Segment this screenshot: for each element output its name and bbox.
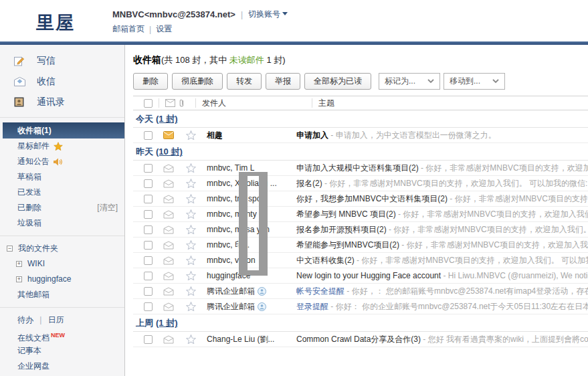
subject-cell[interactable]: 登录提醒 - 你好： 你的企业邮账号mnbvc@253874.net于今天05日… [296, 301, 588, 312]
row-checkbox[interactable] [144, 195, 153, 203]
sidebar-folder-item[interactable]: 已发送 [0, 185, 124, 200]
column-header-sender[interactable]: 发件人 [202, 98, 306, 109]
star-outline-icon[interactable] [186, 256, 196, 265]
settings-link[interactable]: 设置 [156, 23, 172, 35]
sidebar-item-my-folders[interactable]: − 我的文件夹 [0, 241, 124, 256]
mark-as-dropdown[interactable]: 标记为... [379, 73, 440, 90]
row-checkbox[interactable] [144, 287, 153, 296]
empty-trash-link[interactable]: [清空] [97, 200, 118, 215]
toolbar-button[interactable]: 删除 [133, 73, 168, 90]
star-outline-icon[interactable] [186, 271, 196, 280]
envelope-read-icon [163, 195, 174, 203]
group-count-link[interactable]: (1 封) [156, 318, 178, 328]
row-checkbox[interactable] [144, 256, 153, 265]
sidebar-folder-item[interactable]: 垃圾箱 [0, 215, 124, 231]
email-row[interactable]: 相趣 申请加入 - 申请加入，为中文语言模型出一份微薄之力。 [133, 128, 588, 143]
row-checkbox[interactable] [144, 164, 153, 173]
star-outline-icon[interactable] [186, 209, 196, 219]
subject-cell[interactable]: 报名参加开源预料项目(2) - 你好，非常感谢对MNBVC项目的支持，欢迎加入我… [296, 224, 588, 236]
star-outline-icon[interactable] [186, 286, 196, 296]
subject-cell[interactable]: 申请加入大规模中文语料集项目(2) - 你好，非常感谢对MNBVC项目的支持，欢… [296, 163, 588, 174]
group-count-link[interactable]: (10 封) [156, 147, 183, 157]
email-row[interactable]: mnbvc, monty cc 希望参与到 MNBVC 项目(2) - 你好，非… [133, 207, 588, 222]
star-outline-icon[interactable] [186, 130, 196, 140]
email-row[interactable]: huggingface New login to your Hugging Fa… [133, 268, 588, 284]
row-checkbox[interactable] [144, 210, 153, 219]
sidebar-folder-item[interactable]: 已删除[清空] [0, 200, 124, 215]
star-outline-icon[interactable] [186, 302, 196, 311]
todo-link[interactable]: 待办 [17, 315, 33, 324]
email-row[interactable]: mnbvc, Tim L 申请加入大规模中文语料集项目(2) - 你好，非常感谢… [133, 161, 588, 176]
subject-cell[interactable]: 报名(2) - 你好，非常感谢对MNBVC项目的支持，欢迎加入我们。 可以加我的… [296, 178, 588, 189]
row-checkbox[interactable] [144, 131, 153, 140]
subject-cell[interactable]: 帐号安全提醒 - 你好，： 您的邮箱账号mnbvc@253874.net有ima… [296, 286, 588, 297]
email-row[interactable]: mnbvc, masa yan 报名参加开源预料项目(2) - 你好，非常感谢对… [133, 222, 588, 238]
subject-cell[interactable]: 希望能参与到MNBVC项目(2) - 你好，非常感谢对MNBVC项目的支持，欢迎… [296, 240, 588, 251]
sender-cell: 腾讯企业邮箱 [207, 301, 296, 312]
select-all-checkbox[interactable] [144, 99, 153, 108]
sender-label: mnbvc, masa yan [207, 225, 270, 234]
envelope-read-icon [163, 164, 174, 173]
star-outline-icon[interactable] [186, 225, 196, 234]
star-outline-icon[interactable] [186, 179, 196, 188]
sidebar-folder-item[interactable]: 通知公告 [0, 154, 124, 169]
sidebar-item-online-docs[interactable]: 在线文档NEW [0, 328, 124, 343]
row-checkbox[interactable] [144, 335, 153, 344]
email-row[interactable]: 腾讯企业邮箱 登录提醒 - 你好： 你的企业邮账号mnbvc@253874.ne… [133, 299, 588, 314]
subject-text: New login to your Hugging Face account [296, 271, 441, 280]
collapse-icon[interactable]: − [7, 246, 13, 252]
subject-cell[interactable]: Common Crawl Data分享及合作(3) - 您好 我有看過貴專案的w… [296, 334, 588, 345]
preview-text: 申请加入，为中文语言模型出一份微薄之力。 [336, 130, 496, 140]
subject-text: 申请加入 [296, 130, 328, 140]
contacts-button[interactable]: 通讯录 [0, 92, 124, 112]
account-address: MNBVC<mnbvc@253874.net> [112, 9, 235, 19]
subject-text: 申请加入大规模中文语料集项目(2) [296, 163, 419, 173]
sidebar-folder-item[interactable]: 草稿箱 [0, 169, 124, 185]
email-row[interactable]: mnbvc, vision 中文语料收集(2) - 你好，非常感谢对MNBVC项… [133, 253, 588, 268]
row-checkbox[interactable] [144, 225, 153, 234]
email-row[interactable]: mnbvc, Xiaoliang ... 报名(2) - 你好，非常感谢对MNB… [133, 176, 588, 191]
row-checkbox[interactable] [144, 272, 153, 280]
star-outline-icon[interactable] [186, 194, 196, 203]
toolbar-button[interactable]: 举报 [266, 73, 300, 90]
email-row[interactable]: Chang-Le Liu (劉... Common Crawl Data分享及合… [133, 332, 588, 347]
subject-cell[interactable]: 你好，我想参加MNBVC中文语料集项目(2) - 你好，非常感谢对MNBVC项目… [296, 193, 588, 205]
email-row[interactable]: mnbvc, 印... 希望能参与到MNBVC项目(2) - 你好，非常感谢对M… [133, 238, 588, 253]
mail-home-link[interactable]: 邮箱首页 [112, 23, 144, 35]
subject-cell[interactable]: New login to your Hugging Face account -… [296, 271, 588, 280]
compose-button[interactable]: 写信 [0, 50, 124, 71]
sender-cell: mnbvc, Xiaoliang ... [207, 179, 296, 188]
sidebar-subfolder-item[interactable]: +WIKI [0, 256, 124, 272]
sidebar-item-company-disk[interactable]: 企业网盘 [0, 359, 124, 374]
sidebar-item-other-mail[interactable]: 其他邮箱 [0, 287, 124, 302]
move-to-dropdown[interactable]: 移动到... [444, 73, 505, 90]
sidebar-item-notes[interactable]: 记事本 [0, 343, 124, 359]
star-outline-icon[interactable] [186, 163, 196, 173]
row-checkbox[interactable] [144, 179, 153, 188]
switch-account-link[interactable]: 切换账号 [248, 9, 288, 20]
row-checkbox[interactable] [144, 241, 153, 250]
sender-label: 腾讯企业邮箱 [207, 301, 255, 312]
compose-label: 写信 [37, 55, 56, 67]
sidebar-divider [0, 236, 124, 236]
expand-icon[interactable]: + [16, 276, 22, 282]
expand-icon[interactable]: + [16, 261, 22, 267]
subject-cell[interactable]: 中文语料收集(2) - 你好，非常感谢对MNBVC项目的支持，欢迎加入我们。 可… [296, 255, 588, 266]
email-row[interactable]: mnbvc, trip spot 你好，我想参加MNBVC中文语料集项目(2) … [133, 191, 588, 207]
group-count-link[interactable]: (1 封) [156, 114, 178, 124]
receive-mail-button[interactable]: 收信 [0, 71, 124, 92]
column-header-subject[interactable]: 主题 [318, 98, 588, 109]
toolbar-button[interactable]: 全部标为已读 [304, 73, 371, 90]
sidebar-folder-item[interactable]: 星标邮件 [0, 138, 124, 154]
toolbar-button[interactable]: 转发 [227, 73, 262, 90]
row-checkbox[interactable] [144, 302, 153, 311]
star-outline-icon[interactable] [186, 240, 196, 250]
subject-cell[interactable]: 希望参与到 MNBVC 项目(2) - 你好，非常感谢对MNBVC项目的支持，欢… [296, 209, 588, 220]
toolbar-button[interactable]: 彻底删除 [172, 73, 223, 90]
sidebar-folder-item[interactable]: 收件箱(1) [3, 122, 124, 138]
sidebar-subfolder-item[interactable]: +huggingface [0, 272, 124, 287]
subject-cell[interactable]: 申请加入 - 申请加入，为中文语言模型出一份微薄之力。 [296, 130, 588, 141]
star-outline-icon[interactable] [186, 335, 196, 344]
calendar-link[interactable]: 日历 [48, 315, 64, 324]
email-row[interactable]: 腾讯企业邮箱 帐号安全提醒 - 你好，： 您的邮箱账号mnbvc@253874.… [133, 284, 588, 299]
